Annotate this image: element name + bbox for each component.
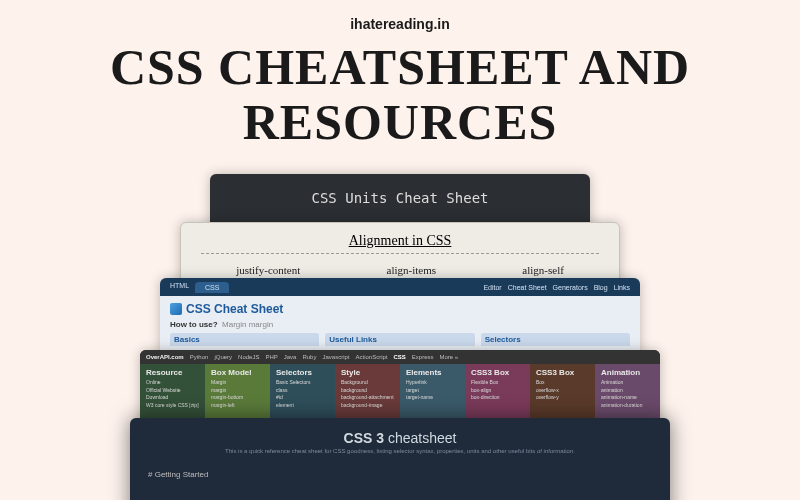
overapi-item: Animation: [601, 379, 654, 387]
csscs-nav-item: Cheat Sheet: [508, 284, 547, 291]
css3-title-light: cheatsheet: [384, 430, 456, 446]
overapi-nav-item: Python: [190, 354, 209, 360]
overapi-item: W3 core style CSS [zip]: [146, 402, 199, 410]
csscs-nav-item: Generators: [553, 284, 588, 291]
overapi-item: background-attachment: [341, 394, 394, 402]
overapi-item: target-name: [406, 394, 459, 402]
alignment-card-title: Alignment in CSS: [201, 223, 599, 254]
overapi-item: animation-duration: [601, 402, 654, 410]
csscs-header: CSS Cheat Sheet: [160, 296, 640, 318]
csscs-tabbar: HTML CSS Editor Cheat Sheet Generators B…: [160, 278, 640, 296]
css-shield-icon: [170, 303, 182, 315]
overapi-item: background-image: [341, 402, 394, 410]
alignment-term: align-self: [522, 264, 564, 276]
overapi-nav-item: Javascript: [322, 354, 349, 360]
overapi-item: class: [276, 387, 329, 395]
csscs-howto-hint: Margin margin: [222, 320, 273, 329]
headline-line-2: RESOURCES: [0, 95, 800, 150]
overapi-col-h: CSS3 Box: [471, 368, 524, 377]
overapi-item: Margin: [211, 379, 264, 387]
overapi-nav-item: jQuery: [214, 354, 232, 360]
csscs-howto: How to use? Margin margin: [160, 318, 640, 333]
css3-card-subtitle: This is a quick reference cheat sheet fo…: [130, 448, 670, 456]
overapi-col-h: Style: [341, 368, 394, 377]
overapi-item: margin: [211, 387, 264, 395]
overapi-item: box-direction: [471, 394, 524, 402]
css3-card-section: # Getting Started: [130, 456, 670, 479]
overapi-item: Basic Selectors: [276, 379, 329, 387]
overapi-item: Online: [146, 379, 199, 387]
csscs-nav-item: Blog: [594, 284, 608, 291]
preview-card-css3: CSS 3 cheatsheet This is a quick referen…: [130, 418, 670, 500]
overapi-item: Box: [536, 379, 589, 387]
overapi-nav-item: Java: [284, 354, 297, 360]
overapi-item: animation: [601, 387, 654, 395]
overapi-item: overflow-x: [536, 387, 589, 395]
overapi-item: target: [406, 387, 459, 395]
csscs-panel-h: Selectors: [481, 333, 630, 346]
csscs-title: CSS Cheat Sheet: [186, 302, 283, 316]
csscs-howto-label: How to use?: [170, 320, 218, 329]
overapi-item: animation-name: [601, 394, 654, 402]
overapi-item: #id: [276, 394, 329, 402]
csscs-panel-h: Useful Links: [325, 333, 474, 346]
overapi-nav-active: CSS: [393, 354, 405, 360]
overapi-col-h: Resource: [146, 368, 199, 377]
overapi-item: background: [341, 387, 394, 395]
csscs-panel-h: Basics: [170, 333, 319, 346]
overapi-item: Background: [341, 379, 394, 387]
overapi-item: margin-left: [211, 402, 264, 410]
alignment-card-row: justify-content align-items align-self: [181, 254, 619, 276]
overapi-item: Download: [146, 394, 199, 402]
overapi-item: box-align: [471, 387, 524, 395]
overapi-item: element: [276, 402, 329, 410]
overapi-brand: OverAPI.com: [146, 354, 184, 360]
overapi-nav-item: Ruby: [302, 354, 316, 360]
css3-title-bold: CSS 3: [344, 430, 384, 446]
csscs-tab-html: HTML: [170, 282, 189, 293]
overapi-col-h: CSS3 Box: [536, 368, 589, 377]
overapi-nav-item: NodeJS: [238, 354, 259, 360]
overapi-col-h: Animation: [601, 368, 654, 377]
site-name: ihatereading.in: [0, 0, 800, 32]
overapi-col-h: Box Model: [211, 368, 264, 377]
units-card-title: CSS Units Cheat Sheet: [210, 174, 590, 206]
csscs-tab-css: CSS: [195, 282, 229, 293]
overapi-nav-item: Express: [412, 354, 434, 360]
overapi-col-h: Selectors: [276, 368, 329, 377]
overapi-nav-item: PHP: [265, 354, 277, 360]
overapi-item: Flexible Box: [471, 379, 524, 387]
alignment-term: align-items: [387, 264, 437, 276]
css3-card-title: CSS 3 cheatsheet: [130, 418, 670, 446]
headline-line-1: CSS CHEATSHEET AND: [0, 40, 800, 95]
overapi-item: margin-bottom: [211, 394, 264, 402]
csscs-nav-item: Links: [614, 284, 630, 291]
overapi-topbar: OverAPI.com Python jQuery NodeJS PHP Jav…: [140, 350, 660, 364]
preview-stack: CSS Units Cheat Sheet Alignment in CSS j…: [130, 174, 670, 484]
alignment-term: justify-content: [236, 264, 300, 276]
overapi-nav-item: ActionScript: [355, 354, 387, 360]
overapi-item: Hyperlink: [406, 379, 459, 387]
overapi-nav-item: More »: [440, 354, 459, 360]
overapi-item: overflow-y: [536, 394, 589, 402]
page-title: CSS CHEATSHEET AND RESOURCES: [0, 40, 800, 150]
overapi-item: Official Website: [146, 387, 199, 395]
csscs-nav-item: Editor: [483, 284, 501, 291]
overapi-col-h: Elements: [406, 368, 459, 377]
